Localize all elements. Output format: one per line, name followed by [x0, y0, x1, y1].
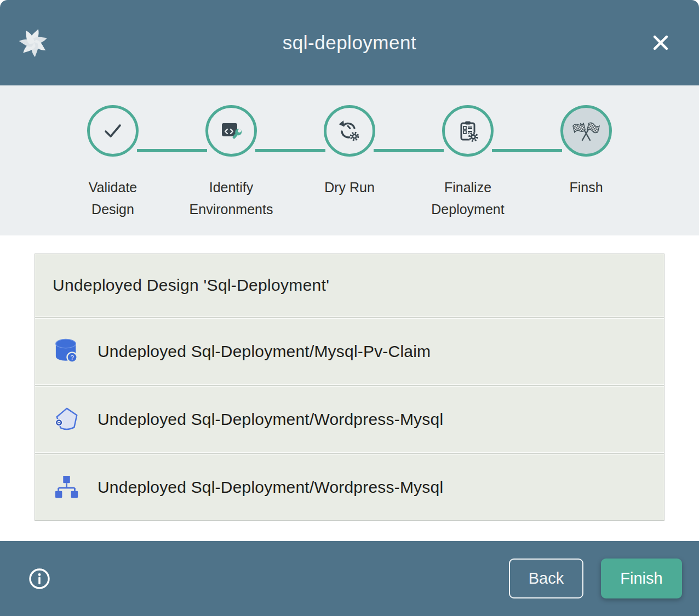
result-row-text: Undeployed Sql-Deployment/Mysql-Pv-Claim	[98, 342, 431, 361]
step-label: Finalize Deployment	[421, 176, 514, 220]
pinwheel-logo-icon	[18, 27, 49, 58]
step-dry-run: Dry Run	[290, 105, 409, 235]
deployment-wizard-dialog: sql-deployment Validate Design	[0, 0, 699, 616]
sync-gear-icon	[335, 117, 364, 145]
result-row-text: Undeployed Sql-Deployment/Wordpress-Mysq…	[98, 478, 443, 497]
step-validate-design: Validate Design	[54, 105, 172, 235]
deployment-results-panel: Undeployed Design 'Sql-Deployment' ? Und…	[35, 254, 664, 521]
result-row-text: Undeployed Sql-Deployment/Wordpress-Mysq…	[98, 410, 443, 429]
step-label: Validate Design	[66, 176, 159, 220]
pentagon-icon	[54, 406, 79, 433]
svg-text:?: ?	[70, 354, 73, 361]
wizard-stepper: Validate Design	[0, 85, 699, 235]
step-finish: Finsh	[527, 105, 645, 235]
step-circle-validate-design[interactable]	[87, 105, 139, 157]
step-label: Identify Environments	[185, 176, 278, 220]
result-row: Undeployed Sql-Deployment/Wordpress-Mysq…	[35, 454, 664, 520]
results-area: Undeployed Design 'Sql-Deployment' ? Und…	[0, 235, 699, 521]
dialog-footer: Back Finish	[0, 541, 699, 616]
code-window-wrench-icon	[217, 117, 245, 145]
hierarchy-icon	[54, 474, 79, 500]
database-icon: ?	[54, 338, 79, 365]
step-circle-finish[interactable]	[560, 105, 612, 157]
step-circle-finalize-deployment[interactable]	[442, 105, 494, 157]
dialog-title: sql-deployment	[283, 32, 416, 54]
clipboard-gear-icon	[454, 117, 482, 145]
step-label: Dry Run	[324, 176, 375, 198]
result-row: Undeployed Sql-Deployment/Wordpress-Mysq…	[35, 387, 664, 452]
step-circle-identify-environments[interactable]	[205, 105, 257, 157]
finish-button[interactable]: Finish	[601, 559, 682, 598]
footer-buttons: Back Finish	[509, 559, 699, 598]
close-icon[interactable]	[649, 31, 673, 55]
info-icon[interactable]	[27, 567, 51, 591]
step-label: Finsh	[569, 176, 603, 198]
result-row: ? Undeployed Sql-Deployment/Mysql-Pv-Cla…	[35, 319, 664, 384]
back-button[interactable]: Back	[509, 559, 583, 598]
step-finalize-deployment: Finalize Deployment	[409, 105, 527, 235]
step-circle-dry-run[interactable]	[324, 105, 375, 157]
check-icon	[99, 117, 127, 145]
dialog-header: sql-deployment	[0, 0, 699, 85]
checkered-flags-icon	[572, 117, 600, 145]
step-identify-environments: Identify Environments	[172, 105, 290, 235]
panel-header-row: Undeployed Design 'Sql-Deployment'	[35, 254, 664, 316]
